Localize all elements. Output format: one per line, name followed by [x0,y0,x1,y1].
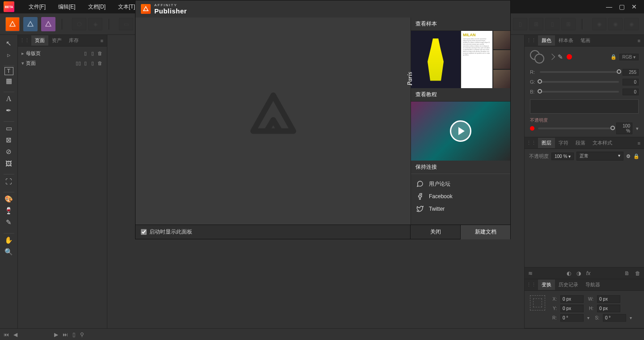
zoom-tool[interactable]: 🔍 [2,246,16,258]
tab-color[interactable]: 颜色 [538,35,555,46]
layer-opacity-value[interactable]: 100 % ▾ [551,153,574,160]
new-document-button[interactable]: 新建文档 [460,225,510,239]
r-slider[interactable] [540,71,619,73]
menu-0[interactable]: 文件[F] [23,0,51,13]
first-page-icon[interactable]: ⏮ [4,332,9,338]
image-tool[interactable]: 🖼 [2,157,16,169]
panel-grip-icon[interactable]: ⋮⋮ [20,38,30,43]
tab-paragraph[interactable]: 段落 [572,138,589,148]
tf-r-input[interactable]: 0 ° [560,314,584,322]
forum-link[interactable]: 用户论坛 [411,178,510,190]
tool-r7-icon[interactable]: ▯ [545,18,559,30]
tab-navigator[interactable]: 导航器 [582,280,604,290]
anchor-point-selector[interactable] [530,295,545,310]
tab-swatches[interactable]: 样本条 [555,35,577,46]
fx-icon[interactable]: fx [586,270,590,276]
g-value[interactable]: 0 [623,79,639,85]
lock-icon[interactable]: 🔒 [610,54,617,60]
ellipse-tool[interactable]: ⊘ [2,146,16,157]
samples-preview[interactable]: Paris MILANLorem ipsum dolor sit amet co… [411,31,510,88]
tool-r6-icon[interactable]: ⊞ [529,18,543,30]
panel-options-icon[interactable]: ≡ [99,38,105,43]
page2-icon[interactable]: ▯ [89,60,96,66]
layers-stack-icon[interactable]: ≋ [528,270,533,276]
node-tool[interactable]: ▹ [2,49,16,61]
tutorial-preview[interactable] [411,102,510,161]
add-layer-icon[interactable]: 🗎 [624,270,630,276]
move-tool[interactable]: ↖ [2,38,16,49]
pan-tool[interactable]: ✋ [2,234,16,246]
maximize-button[interactable]: ▢ [618,3,625,10]
spread-icon[interactable]: ▯ [89,51,96,56]
opacity-slider[interactable] [538,128,613,129]
persona-publisher[interactable] [5,17,20,31]
tf-w-input[interactable]: 0 px [597,295,620,303]
pages-row[interactable]: ▾ 页面 ▯▯ ▯ ▯ 🗑 [21,58,103,68]
g-slider[interactable] [540,81,619,83]
tool-r9-icon[interactable]: ◉ [592,18,606,30]
tool-diamond-icon[interactable]: ◈ [88,18,102,30]
tool-r8-icon[interactable]: ⊞ [561,18,576,30]
tab-character[interactable]: 字符 [555,138,572,148]
tool-box1-icon[interactable]: ▭ [119,18,133,30]
twitter-link[interactable]: Twitter [411,203,510,215]
fill-tool[interactable]: 🎨 [2,193,16,205]
next-page-icon[interactable]: ▶ [54,332,58,338]
page-icon[interactable]: ▯ [82,60,89,66]
b-slider[interactable] [540,91,619,93]
menu-1[interactable]: 编辑[E] [53,0,81,13]
lock-icon[interactable]: 🔒 [633,153,640,159]
tool-r10-icon[interactable]: ◉ [608,18,623,30]
tab-stroke[interactable]: 笔画 [577,35,594,46]
r-value[interactable]: 255 [623,69,639,76]
close-button[interactable]: ✕ [631,3,638,10]
b-value[interactable]: 0 [623,89,639,95]
panel-grip-icon[interactable]: ⋮⋮ [526,282,536,288]
eyedropper-icon[interactable]: ✎ [558,53,563,60]
artistic-text-tool[interactable]: A [2,93,16,105]
mask-icon[interactable]: ◐ [567,270,571,276]
tab-history[interactable]: 历史记录 [555,280,582,290]
tab-textstyles[interactable]: 文本样式 [589,138,616,148]
page-list-icon[interactable]: ▯ [72,332,76,338]
color-wells[interactable] [530,50,546,64]
rectangle-tool[interactable]: ▭ [2,123,16,134]
minimize-button[interactable]: — [606,3,613,10]
opacity-value[interactable]: 100 % [616,123,632,134]
panel-options-icon[interactable]: ≡ [636,38,642,43]
tf-x-input[interactable]: 0 px [560,295,584,303]
tf-s-input[interactable]: 0 ° [603,314,626,322]
tab-layers[interactable]: 图层 [538,138,555,148]
tool-r11-icon[interactable]: ◉ [624,18,639,30]
pin-icon[interactable]: ⚲ [80,332,84,338]
current-color-swatch[interactable] [567,54,572,60]
gear-icon[interactable]: ⚙ [626,153,631,159]
layer-blend-select[interactable]: 正常 ▾ [576,152,623,161]
panel-grip-icon[interactable]: ⋮⋮ [526,38,536,43]
tool-r5-icon[interactable]: ▯ [513,18,527,30]
tab-transform[interactable]: 变换 [538,280,555,290]
trash-icon[interactable]: 🗑 [96,51,103,56]
close-button[interactable]: 关闭 [410,225,460,239]
tool-hex-icon[interactable]: ⬡ [72,18,86,30]
color-mode-select[interactable]: RGB ▾ [619,54,639,60]
menu-2[interactable]: 文档[D] [83,0,111,13]
prev-page-icon[interactable]: ◀ [13,332,17,338]
transparency-tool[interactable]: 🍷 [2,205,16,217]
text-frame-tool[interactable]: T [4,67,13,75]
tf-y-input[interactable]: 0 px [560,305,584,312]
table-tool[interactable]: ▦ [2,75,16,87]
swap-colors-icon[interactable] [549,54,555,60]
last-page-icon[interactable]: ⏭ [63,332,68,338]
page-icon[interactable]: ▯ [82,51,89,56]
pen-tool[interactable]: ✒ [2,105,16,116]
persona-designer[interactable] [23,17,38,31]
spread-icon[interactable]: ▯▯ [75,60,82,66]
opacity-menu-icon[interactable]: ▾ [636,126,639,132]
tf-h-input[interactable]: 0 px [597,305,620,312]
tab-pages[interactable]: 页面 [31,35,48,46]
master-pages-row[interactable]: ▸ 母版页 ▯ ▯ 🗑 [21,48,103,58]
panel-options-icon[interactable]: ≡ [636,140,642,146]
tab-assets[interactable]: 资产 [48,35,65,46]
crop-tool[interactable]: ⛶ [2,175,16,187]
